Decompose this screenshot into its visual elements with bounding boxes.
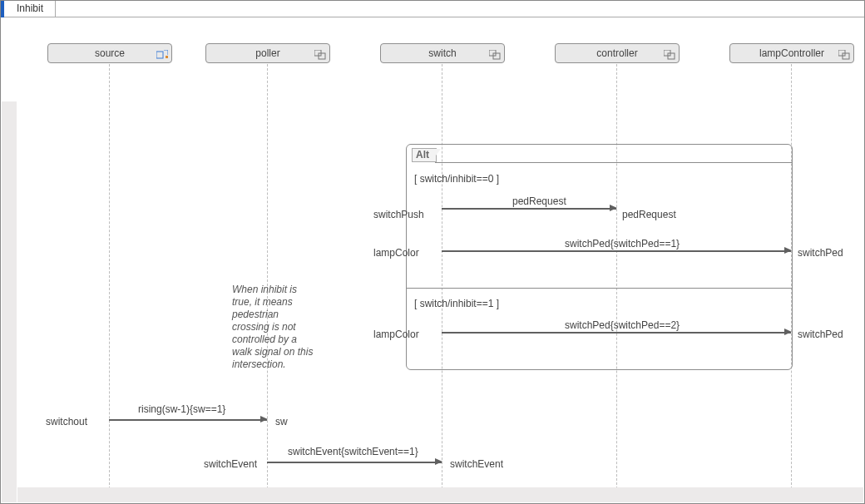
svg-rect-1 (166, 56, 168, 58)
alt-divider (407, 288, 792, 289)
lifeline-head-lampcontroller[interactable]: lampController (729, 43, 854, 63)
lifeline-label: controller (596, 47, 637, 59)
arrow-head-icon (784, 247, 792, 254)
message-switchped-1[interactable] (442, 250, 791, 252)
lifeline-label: lampController (759, 47, 824, 59)
svg-rect-0 (156, 52, 163, 58)
block-icon (489, 47, 501, 57)
block-icon (314, 47, 326, 57)
lifeline-label: source (95, 47, 125, 59)
message-label: switchEvent{switchEvent==1} (288, 446, 418, 457)
lifeline-label: switch (428, 47, 456, 59)
recv-event-label: switchPed (798, 247, 843, 259)
lifeline-poller (267, 64, 268, 489)
lifeline-head-poller[interactable]: poller (205, 43, 330, 63)
send-event-label: switchEvent (204, 458, 257, 470)
alt-operator-label: Alt (412, 148, 437, 162)
alt-header-rule (435, 148, 792, 163)
recv-event-label: switchPed (798, 329, 843, 340)
message-switchped-2[interactable] (442, 332, 791, 334)
alt-fragment[interactable]: Alt [ switch/inhibit==0 ] [ switch/inhib… (406, 144, 793, 370)
diagram-window: Inhibit source poller switch controller … (0, 0, 865, 504)
block-icon (838, 47, 850, 57)
lifeline-head-switch[interactable]: switch (380, 43, 505, 63)
tab-inhibit[interactable]: Inhibit (5, 1, 56, 17)
arrow-head-icon (784, 329, 792, 335)
actor-icon (156, 47, 168, 57)
send-event-label: lampColor (373, 247, 419, 259)
lifeline-head-controller[interactable]: controller (555, 43, 680, 63)
message-label: pedRequest (512, 195, 566, 207)
send-event-label: switchPush (373, 209, 424, 220)
message-label: switchPed{switchPed==2} (565, 319, 680, 331)
vertical-scroll-gutter[interactable] (2, 101, 17, 502)
message-switchevent[interactable] (267, 462, 442, 463)
arrow-head-icon (610, 205, 617, 211)
message-label: rising(sw-1){sw==1} (138, 403, 225, 415)
horizontal-scroll-gutter[interactable] (17, 487, 863, 502)
lifeline-label: poller (255, 47, 279, 59)
message-pedrequest[interactable] (442, 208, 616, 210)
note-comment: When inhibit is true, it means pedestria… (232, 284, 315, 371)
arrow-head-icon (435, 458, 442, 465)
recv-event-label: sw (275, 416, 288, 427)
lifeline-head-source[interactable]: source (47, 43, 172, 63)
guard-1: [ switch/inhibit==0 ] (414, 173, 499, 185)
block-icon (664, 47, 675, 57)
guard-2: [ switch/inhibit==1 ] (414, 298, 499, 309)
lifeline-source (109, 64, 110, 489)
recv-event-label: pedRequest (622, 209, 676, 220)
send-event-label: lampColor (373, 329, 419, 340)
message-label: switchPed{switchPed==1} (565, 238, 680, 250)
tab-strip: Inhibit (1, 1, 864, 17)
send-event-label: switchout (46, 416, 87, 427)
recv-event-label: switchEvent (450, 458, 503, 470)
arrow-head-icon (260, 416, 268, 422)
message-rising[interactable] (109, 419, 267, 421)
